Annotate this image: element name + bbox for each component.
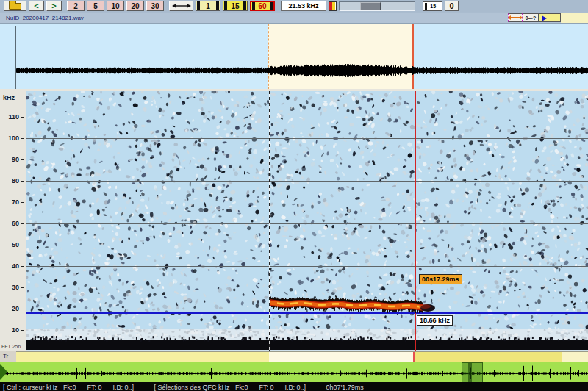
expansion-1-button[interactable]: 1: [196, 1, 220, 11]
zero-button[interactable]: 0: [445, 1, 459, 11]
overview-view-window[interactable]: [462, 362, 483, 383]
frequency-cursor-badge: 18.66 kHz: [417, 315, 453, 326]
contrast-slider[interactable]: [339, 1, 415, 11]
status-bar: [ Ctrl : curseur kHz Fk:0 FT: 0 I.B: 0..…: [0, 382, 588, 391]
trigger-cursor-tick: [413, 352, 415, 362]
oscillogram-panel[interactable]: [0, 23, 588, 89]
next-file-button[interactable]: >: [46, 1, 62, 11]
zoom-30-button[interactable]: 30: [146, 1, 164, 11]
file-tab-row: NuID_20200417_214821.wav 0–▪?: [0, 13, 588, 23]
ytick-60: 60: [0, 220, 19, 227]
ytick-20: 20: [0, 305, 19, 312]
ytick-30: 30: [0, 284, 19, 291]
status-text: [ Ctrl : curseur kHz Fk:0 FT: 0 I.B: 0..…: [3, 384, 364, 391]
expansion-60-button[interactable]: 60: [250, 1, 275, 11]
trigger-bar[interactable]: [16, 351, 588, 362]
play-line-icon[interactable]: [539, 13, 561, 22]
gain-bar-icon: [425, 3, 427, 10]
ytick-80: 80: [0, 177, 19, 184]
file-overview-bar[interactable]: [0, 362, 588, 382]
threshold-query-icon[interactable]: 0–▪?: [523, 13, 539, 22]
ytick-40: 40: [0, 262, 19, 270]
trigger-segment-selection: [269, 352, 413, 362]
ytick-50: 50: [0, 241, 19, 248]
frequency-axis-unit: kHz: [3, 94, 15, 101]
prev-file-button[interactable]: <: [29, 1, 44, 11]
frequency-readout: 21.53 kHz: [281, 1, 326, 11]
overview-canvas[interactable]: [0, 362, 588, 383]
filename-label[interactable]: NuID_20200417_214821.wav: [6, 15, 84, 21]
open-file-button[interactable]: [4, 1, 26, 11]
tab-icon-group: 0–▪?: [508, 13, 588, 23]
ytick-70: 70: [0, 198, 19, 206]
fft-size-label: FFT 256: [1, 344, 21, 349]
zoom-5-button[interactable]: 5: [87, 1, 104, 11]
oscillogram-canvas[interactable]: [0, 24, 588, 90]
trigger-segment-right: [415, 352, 562, 362]
trigger-segment-end: [562, 352, 588, 362]
main-toolbar: < > 2 5 10 20 30 1 15 60 21.53 kHz -15 0: [0, 0, 588, 12]
double-arrow-icon: [172, 3, 191, 9]
overview-position-marker[interactable]: [0, 364, 7, 380]
tab-row-filler: [561, 13, 588, 23]
zoom-20-button[interactable]: 20: [126, 1, 144, 11]
selection-span-icon[interactable]: [508, 13, 523, 22]
zoom-10-button[interactable]: 10: [107, 1, 124, 11]
full-span-button[interactable]: [169, 1, 193, 11]
slider-thumb[interactable]: [360, 2, 381, 10]
folder-icon: [9, 3, 21, 10]
trigger-row-label: Tr: [3, 353, 8, 359]
ytick-100: 100: [0, 134, 19, 142]
ytick-10: 10: [0, 326, 19, 334]
duration-measurement-badge: 00s17.29ms: [419, 274, 462, 284]
trigger-row: Tr: [0, 351, 588, 362]
spectrogram-panel: kHz 110 100 90 80 70 60 50 40 30 20 10 F…: [0, 89, 588, 351]
gain-readout: -15: [423, 1, 442, 11]
expansion-15-button[interactable]: 15: [223, 1, 248, 11]
zoom-2-button[interactable]: 2: [67, 1, 85, 11]
spectrogram-canvas[interactable]: [26, 91, 588, 351]
ytick-110: 110: [0, 113, 19, 121]
colormap-icon[interactable]: [329, 1, 337, 11]
ytick-90: 90: [0, 156, 19, 163]
bat-analysis-app: < > 2 5 10 20 30 1 15 60 21.53 kHz -15 0: [0, 0, 588, 391]
